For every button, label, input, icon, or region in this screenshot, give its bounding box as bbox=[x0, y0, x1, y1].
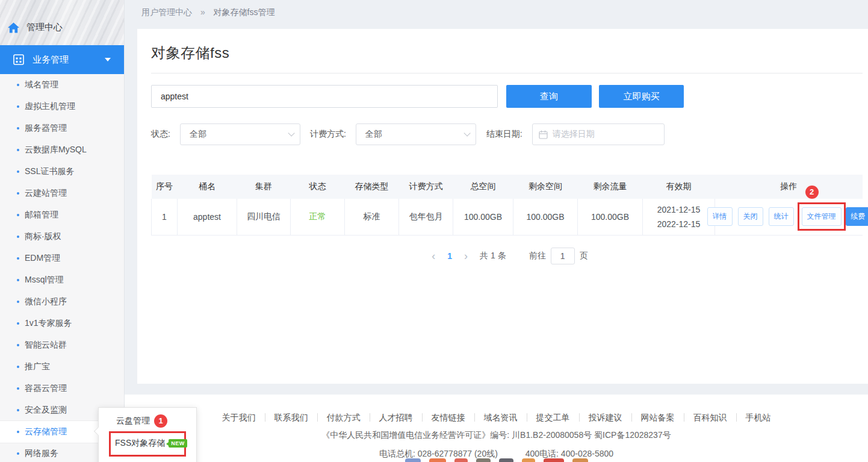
cell-storage-type: 标准 bbox=[345, 199, 399, 235]
sidebar-header: 管理中心 bbox=[0, 0, 124, 45]
bucket-table: 序号桶名集群状态存储类型计费方式总空间剩余空间剩余流量有效期操作 1 appte… bbox=[151, 175, 863, 236]
sidebar-item-home[interactable]: 管理中心 bbox=[8, 22, 63, 33]
bullet-icon bbox=[17, 214, 19, 216]
caret-down-icon bbox=[105, 58, 111, 61]
row-action-button[interactable]: 详情 bbox=[707, 207, 733, 226]
bullet-icon bbox=[17, 236, 19, 238]
footer-link[interactable]: 百科知识 bbox=[684, 413, 737, 422]
footer-logo-icon bbox=[454, 458, 468, 462]
column-header: 剩余空间 bbox=[513, 175, 578, 199]
footer-link[interactable]: 联系我们 bbox=[265, 413, 318, 422]
footer-link[interactable]: 手机站 bbox=[737, 413, 780, 422]
bullet-icon bbox=[17, 170, 19, 173]
prev-page-button[interactable]: ‹ bbox=[426, 248, 441, 264]
row-action-button[interactable]: 统计 bbox=[769, 207, 794, 226]
column-header: 有效期 bbox=[643, 175, 715, 199]
file-manage-highlight-box: 2 文件管理 bbox=[798, 202, 846, 231]
flyout-item-fss[interactable]: FSS对象存储 NEW bbox=[115, 438, 187, 449]
sidebar-item[interactable]: 邮箱管理 bbox=[0, 204, 124, 226]
end-date-input[interactable]: 请选择日期 bbox=[532, 123, 665, 145]
goto-label: 前往 bbox=[529, 251, 546, 261]
footer-link[interactable]: 域名资讯 bbox=[475, 413, 527, 422]
page-unit-label: 页 bbox=[580, 251, 588, 261]
footer-link[interactable]: 网站备案 bbox=[632, 413, 684, 422]
column-header: 总空间 bbox=[453, 175, 513, 199]
footer-logo-icon bbox=[476, 458, 491, 462]
status-filter-label: 状态: bbox=[151, 129, 170, 140]
breadcrumb-separator-icon: » bbox=[200, 7, 205, 17]
sidebar-item[interactable]: 虚拟主机管理 bbox=[0, 96, 124, 117]
sidebar-item[interactable]: 商标·版权 bbox=[0, 226, 124, 248]
phone-400: 400电话: 400-028-5800 bbox=[525, 449, 613, 458]
next-page-button[interactable]: › bbox=[458, 248, 474, 264]
sidebar-menu: 域名管理 虚拟主机管理 服务器管理 云数据库MySQL SSL证书服务 bbox=[0, 74, 124, 462]
bullet-icon bbox=[17, 452, 19, 455]
status-select[interactable]: 全部 bbox=[180, 123, 300, 145]
footer-link[interactable]: 提交工单 bbox=[527, 413, 580, 422]
sidebar-item[interactable]: 1v1专家服务 bbox=[0, 313, 124, 334]
bullet-icon bbox=[17, 344, 19, 346]
new-badge: NEW bbox=[169, 439, 187, 448]
sidebar-item[interactable]: 微信小程序 bbox=[0, 291, 124, 313]
breadcrumb-root[interactable]: 用户管理中心 bbox=[141, 7, 192, 17]
renew-button[interactable]: 续费 bbox=[846, 207, 868, 226]
cell-index: 1 bbox=[152, 199, 178, 235]
annotation-step-2-badge: 2 bbox=[805, 186, 819, 199]
footer-link[interactable]: 关于我们 bbox=[213, 413, 265, 422]
billing-filter-label: 计费方式: bbox=[310, 129, 346, 140]
chevron-down-icon bbox=[463, 130, 470, 136]
footer-logos bbox=[125, 458, 868, 462]
sidebar-group-business[interactable]: 业务管理 bbox=[0, 45, 124, 74]
chevron-down-icon bbox=[288, 130, 294, 136]
bullet-icon bbox=[17, 257, 19, 260]
column-header: 操作 bbox=[715, 175, 863, 199]
page-1-button[interactable]: 1 bbox=[441, 251, 458, 261]
bullet-icon bbox=[17, 279, 19, 281]
status-badge: 正常 bbox=[309, 211, 326, 221]
footer-link[interactable]: 投诉建议 bbox=[580, 413, 632, 422]
sidebar-item[interactable]: 服务器管理 bbox=[0, 117, 124, 139]
bullet-icon bbox=[17, 431, 19, 433]
bullet-icon bbox=[17, 409, 19, 411]
footer-logo-icon bbox=[405, 458, 421, 462]
sidebar-item[interactable]: 云数据库MySQL bbox=[0, 139, 124, 161]
column-header: 序号 bbox=[152, 175, 178, 199]
flyout-item-cloud-disk[interactable]: 云盘管理 bbox=[116, 416, 150, 426]
group-label: 业务管理 bbox=[33, 54, 69, 66]
search-input[interactable] bbox=[151, 85, 498, 108]
sidebar-item[interactable]: 云建站管理 bbox=[0, 183, 124, 204]
goto-page-input[interactable] bbox=[551, 248, 575, 264]
sidebar: 管理中心 业务管理 域名管理 虚拟主机管理 服务器 bbox=[0, 0, 125, 462]
sidebar-item[interactable]: 域名管理 bbox=[0, 74, 124, 96]
footer-link[interactable]: 友情链接 bbox=[423, 413, 475, 422]
annotation-step-1-badge: 1 bbox=[154, 414, 167, 428]
footer-link[interactable]: 人才招聘 bbox=[370, 413, 423, 422]
bullet-icon bbox=[17, 105, 19, 108]
footer-links: 关于我们联系我们付款方式人才招聘友情链接域名资讯提交工单投诉建议网站备案百科知识… bbox=[125, 413, 868, 422]
sidebar-item[interactable]: EDM管理 bbox=[0, 248, 124, 269]
cloud-storage-flyout: 云盘管理 1 FSS对象存储 NEW bbox=[98, 407, 197, 462]
cell-remaining-traffic: 100.00GB bbox=[578, 199, 643, 235]
page-title: 对象存储fss bbox=[151, 43, 863, 63]
validity-start: 2021-12-15 bbox=[643, 202, 715, 217]
sidebar-item[interactable]: Mssql管理 bbox=[0, 269, 124, 291]
footer-link[interactable]: 付款方式 bbox=[318, 413, 370, 422]
sidebar-item[interactable]: 容器云管理 bbox=[0, 378, 124, 399]
billing-select[interactable]: 全部 bbox=[356, 123, 476, 145]
footer-logo-icon bbox=[572, 458, 588, 462]
bullet-icon bbox=[17, 366, 19, 368]
cell-billing: 包年包月 bbox=[399, 199, 453, 235]
sidebar-item[interactable]: SSL证书服务 bbox=[0, 161, 124, 183]
cell-bucket-name: apptest bbox=[178, 199, 237, 235]
row-action-button[interactable]: 关闭 bbox=[738, 207, 763, 226]
footer-logo-icon bbox=[544, 458, 564, 462]
total-count-label: 共 1 条 bbox=[480, 251, 506, 261]
home-label: 管理中心 bbox=[26, 22, 63, 33]
sidebar-item[interactable]: 智能云站群 bbox=[0, 334, 124, 356]
query-button[interactable]: 查询 bbox=[506, 85, 592, 108]
buy-now-button[interactable]: 立即购买 bbox=[599, 85, 684, 108]
column-header: 集群 bbox=[237, 175, 291, 199]
file-manage-button[interactable]: 文件管理 bbox=[802, 207, 842, 226]
breadcrumb-current: 对象存储fss管理 bbox=[214, 7, 275, 17]
sidebar-item[interactable]: 推广宝 bbox=[0, 356, 124, 378]
